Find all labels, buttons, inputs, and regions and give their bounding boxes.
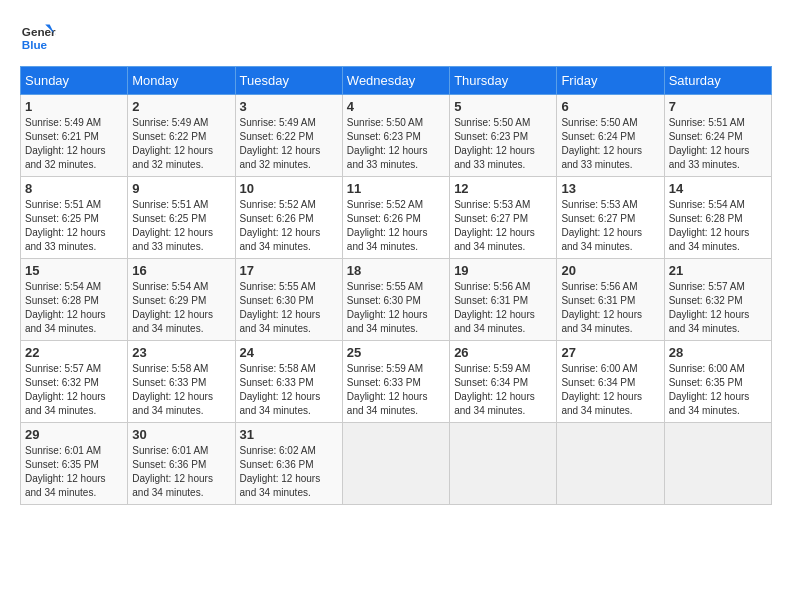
day-number: 26 — [454, 345, 552, 360]
calendar-cell: 12Sunrise: 5:53 AM Sunset: 6:27 PM Dayli… — [450, 177, 557, 259]
calendar-cell: 31Sunrise: 6:02 AM Sunset: 6:36 PM Dayli… — [235, 423, 342, 505]
calendar-cell: 7Sunrise: 5:51 AM Sunset: 6:24 PM Daylig… — [664, 95, 771, 177]
day-number: 9 — [132, 181, 230, 196]
day-number: 13 — [561, 181, 659, 196]
day-info: Sunrise: 5:56 AM Sunset: 6:31 PM Dayligh… — [454, 280, 552, 336]
day-info: Sunrise: 5:59 AM Sunset: 6:34 PM Dayligh… — [454, 362, 552, 418]
day-number: 5 — [454, 99, 552, 114]
day-number: 4 — [347, 99, 445, 114]
day-number: 20 — [561, 263, 659, 278]
calendar-cell — [557, 423, 664, 505]
calendar-cell: 2Sunrise: 5:49 AM Sunset: 6:22 PM Daylig… — [128, 95, 235, 177]
day-info: Sunrise: 5:59 AM Sunset: 6:33 PM Dayligh… — [347, 362, 445, 418]
day-info: Sunrise: 5:55 AM Sunset: 6:30 PM Dayligh… — [347, 280, 445, 336]
day-info: Sunrise: 6:00 AM Sunset: 6:34 PM Dayligh… — [561, 362, 659, 418]
svg-text:Blue: Blue — [22, 38, 48, 51]
day-number: 16 — [132, 263, 230, 278]
calendar-cell: 8Sunrise: 5:51 AM Sunset: 6:25 PM Daylig… — [21, 177, 128, 259]
header-row: SundayMondayTuesdayWednesdayThursdayFrid… — [21, 67, 772, 95]
calendar-cell: 21Sunrise: 5:57 AM Sunset: 6:32 PM Dayli… — [664, 259, 771, 341]
calendar-cell: 17Sunrise: 5:55 AM Sunset: 6:30 PM Dayli… — [235, 259, 342, 341]
day-info: Sunrise: 5:54 AM Sunset: 6:28 PM Dayligh… — [669, 198, 767, 254]
calendar-cell: 5Sunrise: 5:50 AM Sunset: 6:23 PM Daylig… — [450, 95, 557, 177]
calendar-cell: 24Sunrise: 5:58 AM Sunset: 6:33 PM Dayli… — [235, 341, 342, 423]
calendar-cell: 3Sunrise: 5:49 AM Sunset: 6:22 PM Daylig… — [235, 95, 342, 177]
day-info: Sunrise: 5:57 AM Sunset: 6:32 PM Dayligh… — [25, 362, 123, 418]
day-info: Sunrise: 5:51 AM Sunset: 6:25 PM Dayligh… — [132, 198, 230, 254]
day-info: Sunrise: 5:49 AM Sunset: 6:22 PM Dayligh… — [240, 116, 338, 172]
week-row-4: 22Sunrise: 5:57 AM Sunset: 6:32 PM Dayli… — [21, 341, 772, 423]
logo-icon: General Blue — [20, 20, 56, 56]
calendar-cell: 14Sunrise: 5:54 AM Sunset: 6:28 PM Dayli… — [664, 177, 771, 259]
calendar-cell — [664, 423, 771, 505]
day-info: Sunrise: 5:58 AM Sunset: 6:33 PM Dayligh… — [132, 362, 230, 418]
day-number: 19 — [454, 263, 552, 278]
day-info: Sunrise: 5:50 AM Sunset: 6:23 PM Dayligh… — [347, 116, 445, 172]
calendar-cell: 4Sunrise: 5:50 AM Sunset: 6:23 PM Daylig… — [342, 95, 449, 177]
day-number: 22 — [25, 345, 123, 360]
day-number: 14 — [669, 181, 767, 196]
day-info: Sunrise: 5:49 AM Sunset: 6:22 PM Dayligh… — [132, 116, 230, 172]
day-number: 25 — [347, 345, 445, 360]
day-info: Sunrise: 5:58 AM Sunset: 6:33 PM Dayligh… — [240, 362, 338, 418]
day-header-saturday: Saturday — [664, 67, 771, 95]
day-number: 1 — [25, 99, 123, 114]
week-row-2: 8Sunrise: 5:51 AM Sunset: 6:25 PM Daylig… — [21, 177, 772, 259]
day-number: 31 — [240, 427, 338, 442]
day-number: 23 — [132, 345, 230, 360]
calendar-cell: 30Sunrise: 6:01 AM Sunset: 6:36 PM Dayli… — [128, 423, 235, 505]
day-info: Sunrise: 5:50 AM Sunset: 6:24 PM Dayligh… — [561, 116, 659, 172]
day-info: Sunrise: 5:54 AM Sunset: 6:28 PM Dayligh… — [25, 280, 123, 336]
day-info: Sunrise: 5:49 AM Sunset: 6:21 PM Dayligh… — [25, 116, 123, 172]
calendar-cell: 27Sunrise: 6:00 AM Sunset: 6:34 PM Dayli… — [557, 341, 664, 423]
day-info: Sunrise: 6:02 AM Sunset: 6:36 PM Dayligh… — [240, 444, 338, 500]
day-number: 27 — [561, 345, 659, 360]
day-number: 30 — [132, 427, 230, 442]
calendar-cell: 6Sunrise: 5:50 AM Sunset: 6:24 PM Daylig… — [557, 95, 664, 177]
calendar-cell: 9Sunrise: 5:51 AM Sunset: 6:25 PM Daylig… — [128, 177, 235, 259]
day-number: 17 — [240, 263, 338, 278]
day-info: Sunrise: 5:51 AM Sunset: 6:25 PM Dayligh… — [25, 198, 123, 254]
day-number: 21 — [669, 263, 767, 278]
day-number: 24 — [240, 345, 338, 360]
day-info: Sunrise: 5:50 AM Sunset: 6:23 PM Dayligh… — [454, 116, 552, 172]
calendar-cell: 26Sunrise: 5:59 AM Sunset: 6:34 PM Dayli… — [450, 341, 557, 423]
calendar-table: SundayMondayTuesdayWednesdayThursdayFrid… — [20, 66, 772, 505]
calendar-cell: 16Sunrise: 5:54 AM Sunset: 6:29 PM Dayli… — [128, 259, 235, 341]
day-header-sunday: Sunday — [21, 67, 128, 95]
day-info: Sunrise: 5:56 AM Sunset: 6:31 PM Dayligh… — [561, 280, 659, 336]
week-row-5: 29Sunrise: 6:01 AM Sunset: 6:35 PM Dayli… — [21, 423, 772, 505]
calendar-cell: 25Sunrise: 5:59 AM Sunset: 6:33 PM Dayli… — [342, 341, 449, 423]
day-header-wednesday: Wednesday — [342, 67, 449, 95]
day-number: 8 — [25, 181, 123, 196]
calendar-cell: 28Sunrise: 6:00 AM Sunset: 6:35 PM Dayli… — [664, 341, 771, 423]
day-info: Sunrise: 5:51 AM Sunset: 6:24 PM Dayligh… — [669, 116, 767, 172]
calendar-cell: 13Sunrise: 5:53 AM Sunset: 6:27 PM Dayli… — [557, 177, 664, 259]
calendar-cell: 23Sunrise: 5:58 AM Sunset: 6:33 PM Dayli… — [128, 341, 235, 423]
day-number: 2 — [132, 99, 230, 114]
day-header-monday: Monday — [128, 67, 235, 95]
day-number: 7 — [669, 99, 767, 114]
day-info: Sunrise: 5:53 AM Sunset: 6:27 PM Dayligh… — [454, 198, 552, 254]
calendar-cell: 1Sunrise: 5:49 AM Sunset: 6:21 PM Daylig… — [21, 95, 128, 177]
calendar-cell: 10Sunrise: 5:52 AM Sunset: 6:26 PM Dayli… — [235, 177, 342, 259]
week-row-1: 1Sunrise: 5:49 AM Sunset: 6:21 PM Daylig… — [21, 95, 772, 177]
calendar-cell: 19Sunrise: 5:56 AM Sunset: 6:31 PM Dayli… — [450, 259, 557, 341]
calendar-cell: 29Sunrise: 6:01 AM Sunset: 6:35 PM Dayli… — [21, 423, 128, 505]
calendar-cell: 18Sunrise: 5:55 AM Sunset: 6:30 PM Dayli… — [342, 259, 449, 341]
calendar-cell: 20Sunrise: 5:56 AM Sunset: 6:31 PM Dayli… — [557, 259, 664, 341]
day-info: Sunrise: 5:52 AM Sunset: 6:26 PM Dayligh… — [240, 198, 338, 254]
day-info: Sunrise: 6:01 AM Sunset: 6:35 PM Dayligh… — [25, 444, 123, 500]
calendar-cell: 22Sunrise: 5:57 AM Sunset: 6:32 PM Dayli… — [21, 341, 128, 423]
day-number: 12 — [454, 181, 552, 196]
day-number: 10 — [240, 181, 338, 196]
day-info: Sunrise: 6:00 AM Sunset: 6:35 PM Dayligh… — [669, 362, 767, 418]
day-info: Sunrise: 5:54 AM Sunset: 6:29 PM Dayligh… — [132, 280, 230, 336]
calendar-cell: 15Sunrise: 5:54 AM Sunset: 6:28 PM Dayli… — [21, 259, 128, 341]
day-header-thursday: Thursday — [450, 67, 557, 95]
day-number: 3 — [240, 99, 338, 114]
day-number: 28 — [669, 345, 767, 360]
page-header: General Blue — [20, 20, 772, 56]
day-number: 11 — [347, 181, 445, 196]
day-number: 6 — [561, 99, 659, 114]
